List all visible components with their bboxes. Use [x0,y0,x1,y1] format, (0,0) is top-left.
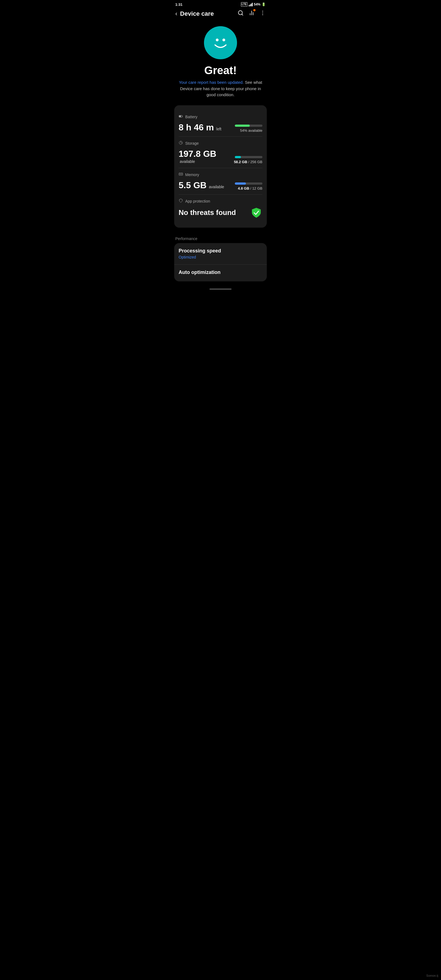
care-report-link[interactable]: Your care report has been updated. [179,80,244,84]
svg-point-6 [263,13,263,13]
storage-value: 197.8 GB available [178,149,234,164]
back-button[interactable]: ‹ [175,10,177,18]
auto-optimization-title: Auto optimization [178,269,263,275]
performance-section-label: Performance [171,232,270,243]
memory-header: Memory [178,172,263,178]
no-threats-text: No threats found [178,208,236,217]
memory-value: 5.5 GB available [178,180,224,191]
battery-progress [235,124,263,127]
storage-detail: 58.2 GB / 256 GB [234,160,263,164]
memory-main: 5.5 GB available 4.8 GB / 12 GB [178,180,263,191]
status-right: LTE 54% 🔋 [241,2,266,6]
memory-right: 4.8 GB / 12 GB [235,183,263,191]
storage-row[interactable]: Storage 197.8 GB available 58.2 GB / 256… [178,137,263,168]
memory-fill [235,183,246,185]
memory-progress [235,183,263,185]
bottom-home-indicator [210,288,231,290]
time: 1:31 [175,3,183,6]
memory-icon [178,172,183,178]
battery-label: Battery [185,115,197,119]
storage-header: Storage [178,140,263,146]
svg-point-7 [263,14,263,15]
nav-right [237,10,266,18]
nav-left: ‹ Device care [175,10,214,18]
shield-check-icon [250,207,263,219]
smiley-face-icon [210,32,231,54]
app-protection-row[interactable]: App protection No threats found [178,194,263,223]
performance-card: Processing speed Optimized Auto optimiza… [174,243,267,282]
memory-row[interactable]: Memory 5.5 GB available 4.8 GB / 12 GB [178,168,263,194]
battery-header: Battery [178,114,263,119]
hero-subtitle: Your care report has been updated. See w… [175,80,266,98]
more-options-button[interactable] [260,10,266,18]
svg-line-1 [242,14,243,15]
storage-icon [178,140,183,146]
top-nav: ‹ Device care [171,8,270,21]
smiley-circle [204,26,237,59]
hero-section: Great! Your care report has been updated… [171,21,270,101]
battery-detail: 54% available [240,129,263,132]
processing-speed-title: Processing speed [178,248,263,254]
storage-progress [235,156,263,158]
battery-fill [235,124,250,127]
page-title: Device care [180,10,213,18]
app-protection-header: App protection [178,199,263,204]
battery-percent: 54% [254,3,261,6]
svg-point-5 [263,11,263,11]
stats-button[interactable] [248,10,255,18]
svg-point-9 [223,38,225,41]
stats-card: Battery 8 h 46 m left 54% available [174,105,267,228]
storage-main: 197.8 GB available 58.2 GB / 256 GB [178,149,263,164]
memory-detail: 4.8 GB / 12 GB [238,186,263,191]
battery-row[interactable]: Battery 8 h 46 m left 54% available [178,110,263,137]
storage-fill [235,156,241,158]
processing-speed-row[interactable]: Processing speed Optimized [174,243,267,264]
battery-right: 54% available [235,124,263,132]
app-protection-label: App protection [185,199,210,204]
svg-rect-12 [179,116,181,117]
bottom-bar [171,287,270,293]
search-button[interactable] [237,10,244,18]
battery-icon [178,114,183,119]
battery-value: 8 h 46 m left [178,123,221,132]
storage-label: Storage [185,141,199,145]
hero-title: Great! [204,64,237,76]
protection-main: No threats found [178,207,263,219]
lte-badge: LTE [241,2,247,6]
shield-icon [178,199,183,204]
battery-icon: 🔋 [261,3,266,6]
storage-right: 58.2 GB / 256 GB [234,156,263,164]
status-bar: 1:31 LTE 54% 🔋 [171,0,270,8]
processing-speed-subtitle: Optimized [178,255,263,259]
svg-point-8 [216,38,218,41]
svg-rect-11 [182,116,183,116]
memory-label: Memory [185,172,199,177]
auto-optimization-row[interactable]: Auto optimization [174,264,267,282]
battery-main: 8 h 46 m left 54% available [178,123,263,132]
signal-bars-icon [248,3,253,6]
